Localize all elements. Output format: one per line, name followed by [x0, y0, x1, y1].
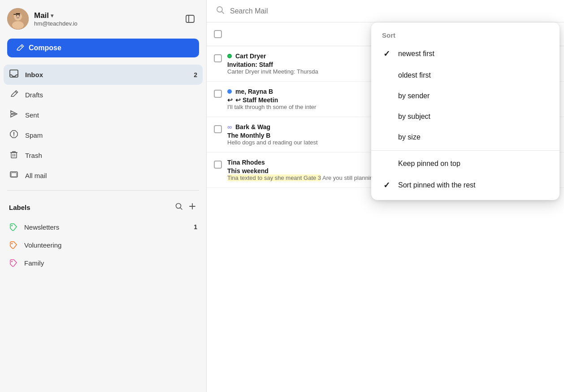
email-sender: Tina Rhodes	[227, 159, 265, 166]
svg-rect-20	[11, 173, 17, 177]
svg-rect-5	[16, 13, 20, 15]
add-label-button[interactable]	[187, 201, 197, 213]
email-sender: me, Rayna B	[235, 88, 273, 95]
volunteering-label: Volunteering	[24, 241, 61, 249]
search-icon	[175, 202, 183, 210]
inbox-label: Inbox	[25, 71, 187, 78]
email-checkbox[interactable]	[214, 161, 222, 169]
nav-divider	[7, 190, 199, 191]
allmail-icon	[9, 170, 19, 181]
allmail-svg	[9, 170, 18, 179]
svg-line-9	[21, 46, 22, 47]
plus-icon	[188, 202, 196, 210]
sidebar-item-drafts[interactable]: Drafts	[4, 85, 203, 105]
sort-check-sort-pinned: ✓	[382, 180, 391, 190]
sort-item-sort-pinned[interactable]: ✓ Sort pinned with the rest	[371, 174, 560, 196]
sidebar-header: Mail ▾ hm@teachdev.io	[0, 0, 206, 35]
sidebar-item-spam[interactable]: Spam	[4, 125, 203, 145]
svg-line-11	[15, 91, 17, 93]
compose-icon	[16, 44, 24, 52]
label-item-newsletters[interactable]: Newsletters 1	[4, 218, 203, 236]
sort-oldest-label: oldest first	[398, 71, 431, 79]
svg-point-2	[12, 21, 24, 29]
labels-section: Labels	[0, 195, 206, 272]
search-labels-button[interactable]	[174, 201, 184, 213]
sort-newest-label: newest first	[398, 50, 434, 58]
sort-item-subject[interactable]: by subject	[371, 106, 560, 127]
drafts-label: Drafts	[25, 91, 197, 99]
email-checkbox[interactable]	[214, 90, 222, 98]
spam-label: Spam	[25, 131, 197, 139]
account-name[interactable]: Mail ▾	[34, 11, 78, 20]
account-email: hm@teachdev.io	[34, 20, 78, 27]
svg-point-3	[16, 15, 17, 17]
drafts-icon	[9, 89, 19, 100]
search-input[interactable]	[230, 7, 555, 15]
sidebar-icon	[185, 14, 195, 24]
main-content: Cart Dryer Invitation: Staff Carter Drye…	[206, 0, 564, 392]
sort-dropdown: Sort ✓ newest first oldest first by send…	[371, 22, 560, 200]
sidebar-toggle-button[interactable]	[181, 10, 199, 28]
labels-actions	[174, 201, 197, 213]
email-sender: Bark & Wag	[235, 123, 270, 131]
nav-section: Inbox 2 Drafts Sent	[0, 65, 206, 186]
sort-subject-label: by subject	[398, 113, 430, 121]
avatar-image	[7, 8, 29, 30]
sent-label: Sent	[25, 111, 197, 119]
email-subject-text: ↩ Staff Meetin	[235, 96, 278, 104]
label-item-family[interactable]: Family	[4, 254, 203, 272]
sort-pinned-label: Sort pinned with the rest	[398, 181, 476, 189]
account-name-text: Mail	[34, 11, 49, 20]
search-bar	[207, 0, 564, 22]
newsletters-label: Newsletters	[24, 223, 59, 231]
sent-svg	[9, 109, 18, 118]
sidebar-item-trash[interactable]: Trash	[4, 145, 203, 166]
label-item-volunteering[interactable]: Volunteering	[4, 236, 203, 254]
svg-point-4	[19, 15, 20, 17]
svg-point-26	[11, 225, 13, 226]
sort-sender-label: by sender	[398, 92, 430, 100]
newsletters-dot-icon	[9, 222, 18, 231]
sort-dropdown-header: Sort	[371, 26, 560, 43]
svg-rect-6	[13, 14, 16, 15]
sort-item-size[interactable]: by size	[371, 127, 560, 148]
sidebar-item-sent[interactable]: Sent	[4, 105, 203, 125]
sort-item-keep-pinned[interactable]: Keep pinned on top	[371, 153, 560, 174]
sort-item-newest[interactable]: ✓ newest first	[371, 43, 560, 65]
status-dot-green	[227, 54, 232, 58]
family-dot-icon	[9, 258, 18, 267]
sort-divider	[371, 150, 560, 151]
inbox-svg	[9, 69, 18, 78]
allmail-label: All mail	[25, 172, 197, 179]
search-icon	[216, 5, 225, 17]
svg-point-28	[11, 261, 13, 262]
trash-icon	[9, 150, 19, 161]
family-label: Family	[24, 259, 44, 267]
avatar[interactable]	[7, 8, 29, 30]
trash-label: Trash	[25, 152, 197, 159]
family-tag-icon	[9, 259, 17, 267]
email-checkbox[interactable]	[214, 125, 222, 133]
volunteering-dot-icon	[9, 240, 18, 249]
keep-pinned-label: Keep pinned on top	[398, 160, 460, 168]
reply-icon: ↩	[227, 96, 233, 104]
sidebar-item-inbox[interactable]: Inbox 2	[4, 65, 203, 85]
email-checkbox[interactable]	[214, 54, 222, 62]
svg-rect-7	[186, 15, 194, 22]
newsletters-count: 1	[194, 223, 197, 231]
inbox-icon	[9, 69, 19, 80]
trash-svg	[9, 150, 18, 159]
sort-item-oldest[interactable]: oldest first	[371, 65, 560, 86]
account-info: Mail ▾ hm@teachdev.io	[34, 11, 78, 27]
newsletters-tag-icon	[9, 223, 17, 231]
email-sender: Cart Dryer	[235, 52, 266, 60]
sidebar-item-allmail[interactable]: All mail	[4, 166, 203, 186]
svg-line-30	[222, 12, 224, 14]
sidebar-header-left: Mail ▾ hm@teachdev.io	[7, 8, 78, 30]
sort-item-sender[interactable]: by sender	[371, 86, 560, 106]
compose-button[interactable]: Compose	[7, 39, 199, 57]
spam-svg	[9, 130, 18, 139]
select-all-checkbox[interactable]	[214, 30, 222, 38]
sent-icon	[9, 109, 19, 121]
drafts-svg	[9, 89, 18, 98]
